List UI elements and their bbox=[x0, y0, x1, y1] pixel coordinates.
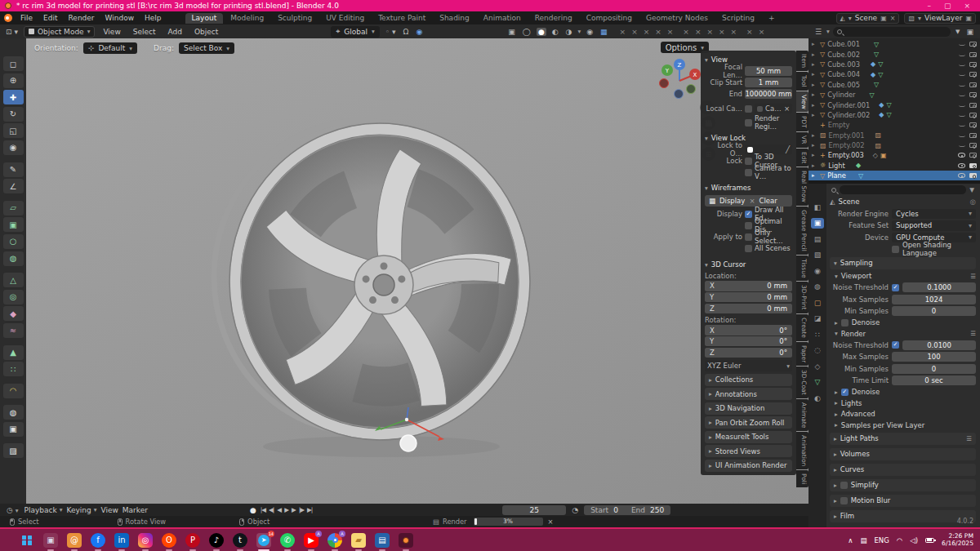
tool-add-lamp[interactable]: ◍ bbox=[3, 405, 24, 420]
viewport-max-samples-field[interactable]: 1024 bbox=[892, 295, 976, 304]
shading-rendered-icon[interactable]: ◑ bbox=[564, 28, 574, 36]
hide-viewport-icon[interactable] bbox=[959, 144, 965, 147]
render-denoise-checkbox[interactable]: ✓ bbox=[841, 389, 849, 396]
tab-poliigon[interactable]: Poli bbox=[796, 470, 808, 487]
tab-constraint-properties[interactable]: ◇ bbox=[811, 361, 824, 371]
draw-all-edges-checkbox[interactable]: ✓ bbox=[745, 211, 752, 218]
tool-add-curve[interactable]: ≈ bbox=[3, 323, 24, 338]
all-scenes-checkbox[interactable] bbox=[745, 245, 752, 252]
tab-output-properties[interactable]: ▤ bbox=[811, 233, 824, 244]
tab-object-properties[interactable]: ▢ bbox=[811, 297, 824, 308]
addon-button-icon[interactable]: × bbox=[644, 28, 650, 36]
workspace-tab-shading[interactable]: Shading bbox=[433, 13, 476, 24]
cursor-z-field[interactable]: Z0 mm bbox=[705, 304, 792, 314]
panel-measureit[interactable]: ▸MeasureIt Tools bbox=[705, 431, 792, 443]
tool-add-mound[interactable]: ▲ bbox=[3, 345, 24, 360]
optimal-display-checkbox[interactable] bbox=[745, 222, 752, 229]
cursor-y-field[interactable]: Y0 mm bbox=[705, 292, 792, 303]
play-button[interactable]: ▶ bbox=[284, 506, 288, 513]
task-view-button[interactable]: ▣ bbox=[43, 533, 58, 548]
tool-add-plane[interactable]: ▱ bbox=[3, 201, 24, 216]
prev-keyframe-button[interactable]: ◀| bbox=[269, 506, 274, 513]
hide-viewport-icon[interactable] bbox=[958, 173, 965, 178]
clip-start-field[interactable]: 1 mm bbox=[745, 78, 792, 87]
addon-button-icon[interactable]: × bbox=[695, 28, 702, 36]
tab-physics-properties[interactable]: ◌ bbox=[811, 345, 824, 356]
cursor-ry-field[interactable]: Y0° bbox=[705, 336, 792, 347]
light-paths-section[interactable]: ▸Light Paths☰ bbox=[830, 433, 976, 445]
tiktok-icon[interactable]: ♪ bbox=[209, 533, 224, 548]
workspace-tab-layout[interactable]: Layout bbox=[185, 13, 224, 24]
tool-rotate[interactable]: ↻ bbox=[3, 107, 24, 122]
tab-item[interactable]: Item bbox=[796, 51, 808, 71]
viewlayer-selector[interactable]: ▧ ▾ ViewLayer ▣ bbox=[904, 13, 976, 24]
tab-create[interactable]: Create bbox=[796, 314, 808, 341]
hide-render-icon[interactable] bbox=[969, 72, 977, 77]
tool-annotate[interactable]: ✎ bbox=[3, 162, 24, 177]
hide-viewport-icon[interactable] bbox=[958, 153, 965, 158]
workspace-tab-uv-editing[interactable]: UV Editing bbox=[319, 13, 371, 24]
tray-window-icon[interactable]: ▤ bbox=[860, 536, 866, 544]
addon-button-icon[interactable]: × bbox=[667, 28, 674, 36]
language-indicator[interactable]: ENG bbox=[874, 536, 889, 544]
render-subsection-header[interactable]: ▾Render☰ bbox=[830, 328, 976, 340]
clip-end-field[interactable]: 1000000 mm bbox=[745, 89, 792, 99]
hide-render-icon[interactable] bbox=[969, 163, 977, 168]
addon-button-icon[interactable]: × bbox=[706, 28, 713, 36]
menu-view-timeline[interactable]: View bbox=[100, 506, 118, 514]
tray-chevron-icon[interactable]: ∧ bbox=[848, 536, 853, 544]
outliner-row[interactable]: ▸▨Empty.002▨ bbox=[808, 140, 980, 150]
hide-render-icon[interactable] bbox=[969, 103, 977, 108]
camera-to-view-checkbox[interactable] bbox=[745, 169, 752, 176]
wifi-icon[interactable]: ◠ bbox=[897, 536, 902, 544]
outliner-row[interactable]: ▸▽Cube.004◆▽ bbox=[808, 69, 980, 79]
hide-viewport-icon[interactable] bbox=[959, 53, 965, 56]
tool-add-circle[interactable]: ○ bbox=[3, 234, 24, 249]
scene-selector[interactable]: ◭ ▾ Scene ▣ × bbox=[836, 13, 900, 24]
overlays-toggle-icon[interactable]: ◉ bbox=[585, 28, 595, 36]
wireframes-header[interactable]: ▾Wireframes bbox=[705, 182, 792, 193]
shading-wireframe-icon[interactable]: ◯ bbox=[521, 28, 532, 36]
add-workspace-button[interactable]: + bbox=[762, 13, 782, 24]
motion-blur-section[interactable]: ▸Motion Blur bbox=[830, 495, 976, 507]
menu-select[interactable]: Select bbox=[129, 28, 160, 36]
hide-render-icon[interactable] bbox=[969, 122, 977, 127]
film-section[interactable]: ▸Film bbox=[830, 510, 976, 522]
viewport-denoise-checkbox[interactable] bbox=[841, 319, 849, 327]
mode-dropdown[interactable]: Object Mode ▾ bbox=[24, 26, 95, 38]
blender-menu-icon[interactable] bbox=[4, 14, 12, 22]
telegram-icon[interactable]: ➤14 bbox=[256, 533, 271, 548]
pinterest-icon[interactable]: P bbox=[185, 533, 200, 548]
menu-view[interactable]: View bbox=[99, 28, 124, 36]
cursor-rx-field[interactable]: X0° bbox=[705, 325, 792, 335]
noise-threshold-checkbox[interactable]: ✓ bbox=[892, 284, 899, 291]
workspace-tab-geometry-nodes[interactable]: Geometry Nodes bbox=[639, 13, 715, 24]
tool-transform[interactable]: ◉ bbox=[3, 140, 24, 155]
render-region-checkbox[interactable] bbox=[745, 119, 752, 127]
addon-button-icon[interactable]: × bbox=[719, 28, 725, 36]
proportional-edit-icon[interactable]: ◉ bbox=[414, 28, 424, 36]
addon-button-icon[interactable]: × bbox=[631, 28, 638, 36]
clear-button[interactable]: Clear bbox=[760, 197, 777, 205]
workspace-tab-sculpting[interactable]: Sculpting bbox=[271, 13, 318, 24]
focal-length-field[interactable]: 50 mm bbox=[745, 66, 792, 76]
workspace-tab-texture-paint[interactable]: Texture Paint bbox=[372, 13, 432, 24]
tumblr-icon[interactable]: t bbox=[233, 533, 247, 548]
tab-scene-properties[interactable]: ◉ bbox=[811, 265, 824, 276]
render-denoise-header[interactable]: ▸✓Denoise bbox=[830, 387, 976, 398]
hide-render-icon[interactable] bbox=[969, 133, 977, 138]
tab-view[interactable]: View bbox=[796, 91, 808, 113]
tool-measure[interactable]: ∠ bbox=[3, 179, 24, 193]
local-camera-checkbox[interactable] bbox=[745, 105, 752, 113]
xray-toggle-icon[interactable]: ▦ bbox=[599, 28, 609, 36]
motion-blur-checkbox[interactable] bbox=[840, 497, 848, 504]
tab-world-properties[interactable]: ◍ bbox=[811, 282, 824, 292]
outliner-row[interactable]: ▸☼Light◆ bbox=[808, 161, 980, 171]
osl-checkbox[interactable] bbox=[892, 246, 899, 253]
render-noise-field[interactable]: 0.0100 bbox=[902, 340, 976, 350]
outliner-row[interactable]: ▸▽Cube.005▽ bbox=[808, 80, 980, 90]
advanced-header[interactable]: ▸Advanced bbox=[830, 409, 976, 420]
facebook-icon[interactable]: f bbox=[91, 533, 105, 548]
menu-window[interactable]: Window bbox=[100, 13, 140, 23]
hide-render-icon[interactable] bbox=[969, 82, 977, 87]
